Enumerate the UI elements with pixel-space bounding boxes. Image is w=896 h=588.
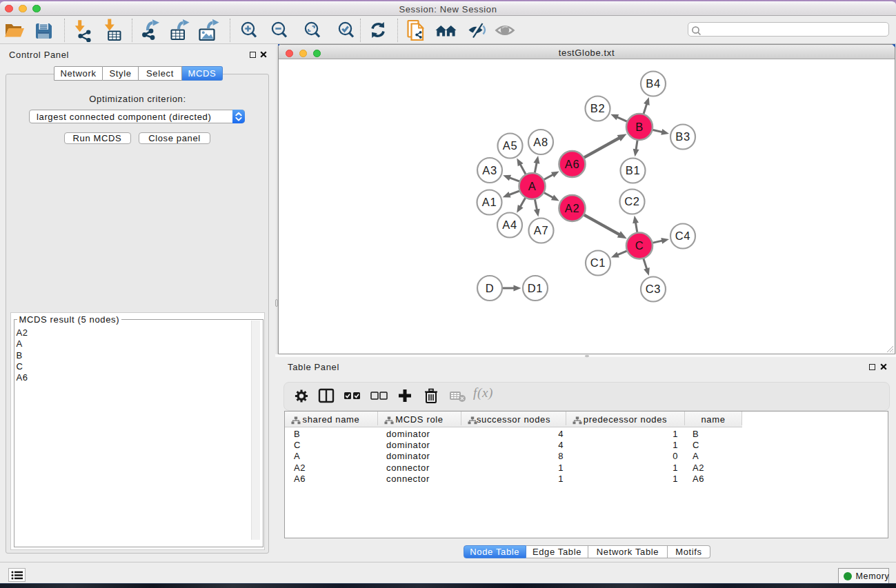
svg-text:A: A bbox=[528, 180, 537, 192]
svg-text:A2: A2 bbox=[565, 202, 579, 214]
svg-text:A8: A8 bbox=[533, 136, 548, 148]
svg-text:C1: C1 bbox=[590, 256, 606, 269]
svg-text:A5: A5 bbox=[503, 139, 517, 152]
svg-text:A3: A3 bbox=[482, 164, 497, 176]
svg-text:C: C bbox=[635, 239, 644, 252]
svg-text:A4: A4 bbox=[502, 219, 517, 231]
svg-text:D1: D1 bbox=[528, 282, 543, 294]
svg-text:C4: C4 bbox=[675, 230, 690, 242]
svg-text:B1: B1 bbox=[626, 164, 640, 176]
svg-text:C2: C2 bbox=[624, 195, 639, 207]
svg-text:B2: B2 bbox=[590, 102, 605, 114]
svg-text:B3: B3 bbox=[675, 130, 690, 143]
svg-text:D: D bbox=[486, 282, 495, 294]
svg-text:A1: A1 bbox=[482, 196, 497, 208]
svg-text:A6: A6 bbox=[565, 158, 579, 170]
svg-text:A7: A7 bbox=[534, 224, 548, 236]
svg-text:C3: C3 bbox=[646, 283, 661, 295]
svg-text:B4: B4 bbox=[646, 77, 660, 90]
svg-text:B: B bbox=[635, 121, 644, 133]
